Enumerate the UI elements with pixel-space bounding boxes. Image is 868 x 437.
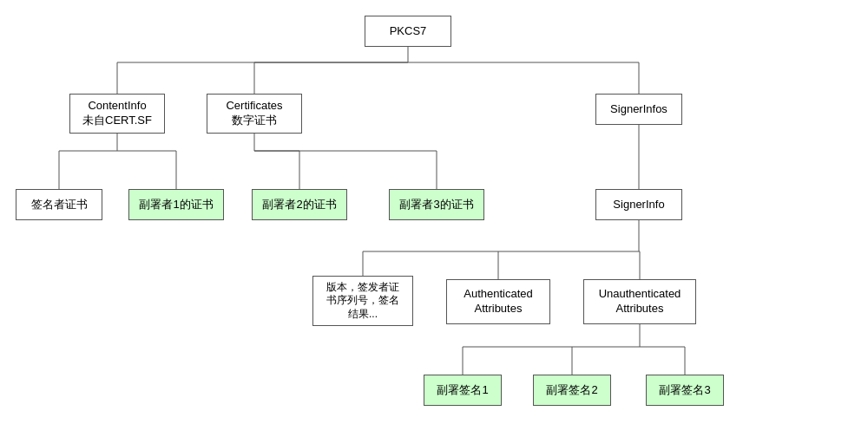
node-counter-sig2-label: 副署签名2 [546,383,597,398]
node-deputy1-cert-label: 副署者1的证书 [139,198,213,212]
node-certificates: Certificates 数字证书 [207,94,302,134]
node-deputy3-cert: 副署者3的证书 [389,189,484,220]
node-unauth-attrs: Unauthenticated Attributes [583,279,696,324]
node-signerinfo-label: SignerInfo [613,198,664,212]
node-auth-attrs-label: Authenticated Attributes [464,287,533,316]
node-signer-cert-label: 签名者证书 [31,198,88,212]
node-counter-sig2: 副署签名2 [533,375,611,406]
node-signerinfos: SignerInfos [595,94,682,125]
node-signerinfos-label: SignerInfos [610,102,667,117]
node-auth-attrs: Authenticated Attributes [446,279,550,324]
node-counter-sig3-label: 副署签名3 [659,383,710,398]
node-contentinfo: ContentInfo 未自CERT.SF [69,94,165,134]
node-deputy3-cert-label: 副署者3的证书 [399,198,473,212]
node-counter-sig1-label: 副署签名1 [437,383,488,398]
node-pkcs7-label: PKCS7 [390,24,427,39]
node-counter-sig3: 副署签名3 [646,375,724,406]
node-signerinfo: SignerInfo [595,189,682,220]
node-version-etc-label: 版本，签发者证 书序列号，签名 结果... [326,281,399,322]
node-deputy2-cert: 副署者2的证书 [252,189,347,220]
tree-container: PKCS7 ContentInfo 未自CERT.SF Certificates… [0,0,868,437]
node-contentinfo-label: ContentInfo 未自CERT.SF [82,99,152,128]
node-certificates-label: Certificates 数字证书 [226,99,282,128]
node-version-etc: 版本，签发者证 书序列号，签名 结果... [312,276,413,326]
node-deputy1-cert: 副署者1的证书 [128,189,224,220]
node-deputy2-cert-label: 副署者2的证书 [262,198,336,212]
node-unauth-attrs-label: Unauthenticated Attributes [599,287,681,316]
node-counter-sig1: 副署签名1 [424,375,502,406]
node-signer-cert: 签名者证书 [16,189,102,220]
node-pkcs7: PKCS7 [365,16,451,47]
